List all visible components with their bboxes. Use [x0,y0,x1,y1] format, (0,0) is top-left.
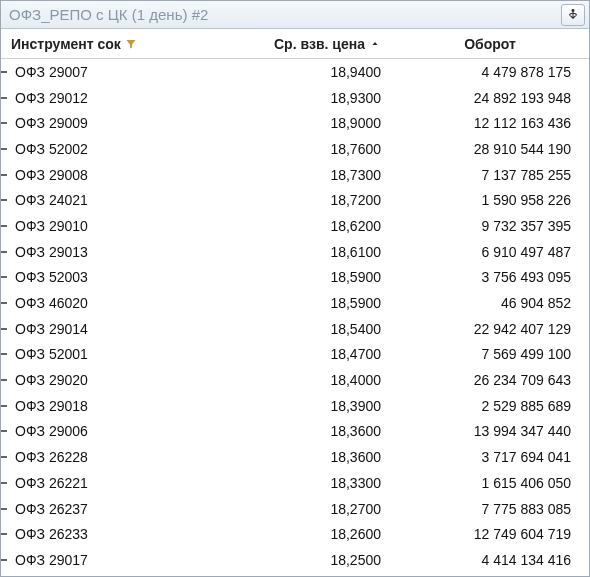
cell-instrument: ОФЗ 29017 [1,552,201,568]
cell-turnover: 4 414 134 416 [391,552,589,568]
window-title: ОФЗ_РЕПО с ЦК (1 день) #2 [9,6,208,23]
table-row[interactable]: ОФЗ 2622118,33001 615 406 050 [1,470,589,496]
pin-button[interactable] [561,4,585,26]
cell-turnover: 7 569 499 100 [391,346,589,362]
cell-turnover: 1 615 406 050 [391,475,589,491]
row-tick-icon [1,353,7,355]
col-header-price[interactable]: Ср. взв. цена [201,29,391,58]
cell-instrument: ОФЗ 29013 [1,244,201,260]
cell-instrument: ОФЗ 26237 [1,501,201,517]
table-row[interactable]: ОФЗ 2900918,900012 112 163 436 [1,110,589,136]
cell-instrument: ОФЗ 29020 [1,372,201,388]
table-row[interactable]: ОФЗ 5200318,59003 756 493 095 [1,265,589,291]
cell-instrument: ОФЗ 29012 [1,90,201,106]
table-row[interactable]: ОФЗ 2900618,360013 994 347 440 [1,419,589,445]
cell-price: 18,2500 [201,552,391,568]
cell-instrument: ОФЗ 29006 [1,423,201,439]
cell-turnover: 22 942 407 129 [391,321,589,337]
cell-turnover: 46 904 852 [391,295,589,311]
col-header-price-label: Ср. взв. цена [274,36,365,52]
row-tick-icon [1,533,7,535]
row-tick-icon [1,559,7,561]
table-row[interactable]: ОФЗ 2901018,62009 732 357 395 [1,213,589,239]
cell-instrument: ОФЗ 52002 [1,141,201,157]
cell-turnover: 7 775 883 085 [391,501,589,517]
cell-turnover: 3 756 493 095 [391,269,589,285]
app-window: ОФЗ_РЕПО с ЦК (1 день) #2 Инструмент сок… [0,0,590,577]
table-row[interactable]: ОФЗ 2900818,73007 137 785 255 [1,162,589,188]
row-tick-icon [1,251,7,253]
cell-price: 18,2700 [201,501,391,517]
cell-instrument: ОФЗ 29018 [1,398,201,414]
cell-price: 18,9400 [201,64,391,80]
table-row[interactable]: ОФЗ 2402118,72001 590 958 226 [1,187,589,213]
col-header-turnover[interactable]: Оборот [391,29,589,58]
row-tick-icon [1,456,7,458]
table-row[interactable]: ОФЗ 2902018,400026 234 709 643 [1,367,589,393]
cell-price: 18,6100 [201,244,391,260]
table-row[interactable]: ОФЗ 5200218,760028 910 544 190 [1,136,589,162]
cell-instrument: ОФЗ 29008 [1,167,201,183]
cell-instrument: ОФЗ 26233 [1,526,201,542]
cell-instrument: ОФЗ 24021 [1,192,201,208]
cell-price: 18,3300 [201,475,391,491]
table-row[interactable]: ОФЗ 2623318,260012 749 604 719 [1,521,589,547]
cell-price: 18,5900 [201,295,391,311]
row-tick-icon [1,482,7,484]
cell-turnover: 7 137 785 255 [391,167,589,183]
cell-price: 18,4700 [201,346,391,362]
table-row[interactable]: ОФЗ 2901218,930024 892 193 948 [1,85,589,111]
table-row[interactable]: ОФЗ 2622818,36003 717 694 041 [1,444,589,470]
cell-price: 18,6200 [201,218,391,234]
cell-turnover: 12 112 163 436 [391,115,589,131]
row-tick-icon [1,148,7,150]
cell-instrument: ОФЗ 26221 [1,475,201,491]
col-header-turnover-label: Оборот [464,36,516,52]
table-row[interactable]: ОФЗ 2901318,61006 910 497 487 [1,239,589,265]
table-header: Инструмент сок Ср. взв. цена Оборот [1,29,589,59]
cell-instrument: ОФЗ 29009 [1,115,201,131]
row-tick-icon [1,430,7,432]
row-tick-icon [1,97,7,99]
row-tick-icon [1,302,7,304]
cell-price: 18,3600 [201,423,391,439]
cell-instrument: ОФЗ 52001 [1,346,201,362]
cell-price: 18,7600 [201,141,391,157]
row-tick-icon [1,199,7,201]
table-row[interactable]: ОФЗ 5200118,47007 569 499 100 [1,342,589,368]
cell-turnover: 9 732 357 395 [391,218,589,234]
row-tick-icon [1,405,7,407]
cell-price: 18,3900 [201,398,391,414]
cell-turnover: 13 994 347 440 [391,423,589,439]
table-row[interactable]: ОФЗ 2901818,39002 529 885 689 [1,393,589,419]
cell-turnover: 26 234 709 643 [391,372,589,388]
cell-turnover: 4 479 878 175 [391,64,589,80]
cell-price: 18,5900 [201,269,391,285]
cell-price: 18,3600 [201,449,391,465]
table-row[interactable]: ОФЗ 4602018,590046 904 852 [1,290,589,316]
filter-icon [125,38,137,50]
table-row[interactable]: ОФЗ 2900718,94004 479 878 175 [1,59,589,85]
table-row[interactable]: ОФЗ 2901418,540022 942 407 129 [1,316,589,342]
cell-turnover: 3 717 694 041 [391,449,589,465]
cell-turnover: 28 910 544 190 [391,141,589,157]
cell-price: 18,5400 [201,321,391,337]
table-body: ОФЗ 2900718,94004 479 878 175ОФЗ 2901218… [1,59,589,576]
cell-instrument: ОФЗ 46020 [1,295,201,311]
cell-price: 18,9300 [201,90,391,106]
window-titlebar[interactable]: ОФЗ_РЕПО с ЦК (1 день) #2 [1,1,589,29]
row-tick-icon [1,328,7,330]
row-tick-icon [1,225,7,227]
cell-turnover: 24 892 193 948 [391,90,589,106]
cell-price: 18,9000 [201,115,391,131]
cell-instrument: ОФЗ 29010 [1,218,201,234]
sort-asc-icon [369,38,381,50]
table-row[interactable]: ОФЗ 2901718,25004 414 134 416 [1,547,589,573]
cell-turnover: 2 529 885 689 [391,398,589,414]
col-header-instrument[interactable]: Инструмент сок [1,29,201,58]
row-tick-icon [1,379,7,381]
row-tick-icon [1,71,7,73]
table-row[interactable]: ОФЗ 2623718,27007 775 883 085 [1,496,589,522]
cell-turnover: 1 590 958 226 [391,192,589,208]
row-tick-icon [1,276,7,278]
